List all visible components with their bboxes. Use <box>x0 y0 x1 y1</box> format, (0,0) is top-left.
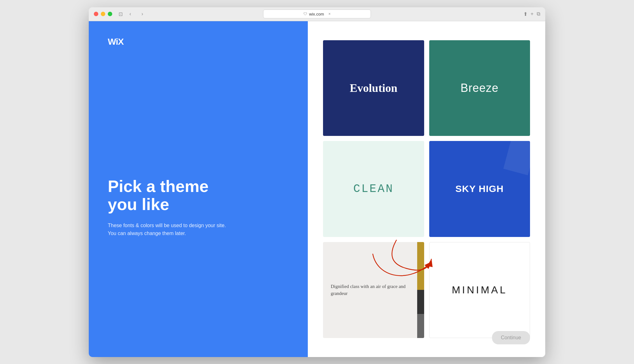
main-heading: Pick a theme you like <box>108 177 289 214</box>
left-panel-content: Pick a theme you like These fonts & colo… <box>108 48 289 342</box>
tab-close-icon[interactable]: × <box>328 12 331 16</box>
browser-navigation: ⊡ ‹ › <box>117 10 147 18</box>
security-icon: 🛡 <box>303 12 307 16</box>
color-swatch-mid <box>417 314 424 338</box>
theme-name-evolution: Evolution <box>350 81 397 95</box>
browser-window: ⊡ ‹ › 🛡 wix.com × ⬆ + ⧉ WiX Pick a <box>89 7 545 357</box>
tabs-icon[interactable]: ⧉ <box>537 11 540 17</box>
theme-name-minimal: MINIMAL <box>452 284 507 296</box>
elegant-content: Dignified class with an air of grace and… <box>323 242 424 338</box>
maximize-button[interactable] <box>108 12 112 16</box>
theme-card-breeze[interactable]: Breeze <box>429 40 530 136</box>
continue-button[interactable]: Continue <box>492 331 530 344</box>
theme-card-evolution[interactable]: Evolution <box>323 40 424 136</box>
color-swatch-dark <box>417 290 424 314</box>
forward-button[interactable]: › <box>138 10 147 18</box>
elegant-color-swatches <box>417 242 424 338</box>
browser-content: WiX Pick a theme you like These fonts & … <box>89 21 545 357</box>
minimize-button[interactable] <box>101 12 105 16</box>
theme-name-skyhigh: SKY HIGH <box>456 183 504 194</box>
url-display: wix.com <box>309 12 324 16</box>
theme-card-minimal[interactable]: MINIMAL <box>429 242 530 338</box>
theme-card-clean[interactable]: CLEAN <box>323 141 424 237</box>
theme-card-skyhigh[interactable]: SKY HIGH <box>429 141 530 237</box>
theme-grid: Evolution Breeze CLEAN SKY HIGH <box>323 40 530 338</box>
share-icon[interactable]: ⬆ <box>523 11 527 17</box>
back-button[interactable]: ‹ <box>126 10 135 18</box>
theme-card-elegant[interactable]: Dignified class with an air of grace and… <box>323 242 424 338</box>
browser-titlebar: ⊡ ‹ › 🛡 wix.com × ⬆ + ⧉ <box>89 7 545 21</box>
wix-logo: WiX <box>108 36 289 48</box>
address-bar[interactable]: 🛡 wix.com × <box>263 10 371 18</box>
color-swatch-gold <box>417 242 424 290</box>
new-tab-icon[interactable]: + <box>531 11 534 17</box>
left-panel: WiX Pick a theme you like These fonts & … <box>89 21 308 357</box>
window-controls <box>94 12 112 16</box>
svg-text:WiX: WiX <box>108 37 124 46</box>
tab-icon: ⊡ <box>119 11 123 17</box>
right-panel: Evolution Breeze CLEAN SKY HIGH <box>308 21 545 357</box>
theme-name-breeze: Breeze <box>461 81 499 95</box>
sub-text: These fonts & colors will be used to des… <box>108 221 228 238</box>
theme-name-clean: CLEAN <box>353 182 394 195</box>
skyhigh-decoration <box>503 141 530 175</box>
close-button[interactable] <box>94 12 98 16</box>
elegant-description: Dignified class with an air of grace and… <box>331 283 412 297</box>
elegant-text-area: Dignified class with an air of grace and… <box>323 242 417 338</box>
browser-toolbar-right: ⬆ + ⧉ <box>523 11 540 17</box>
